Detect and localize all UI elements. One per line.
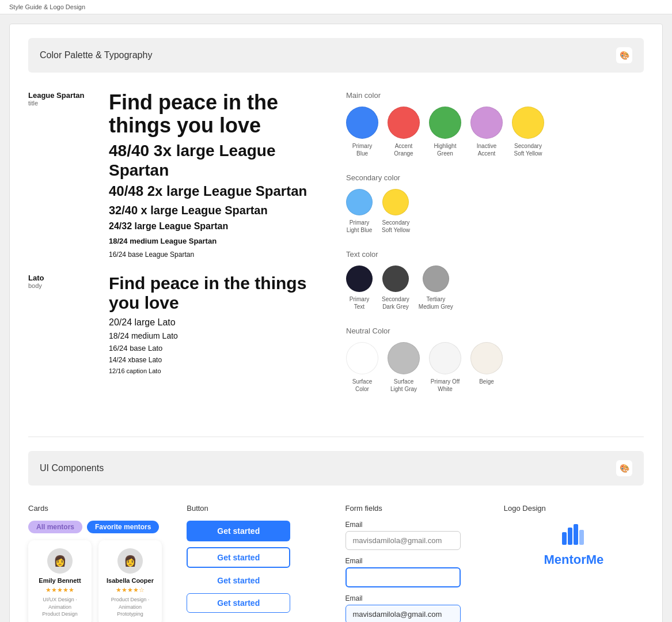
form-input-2: mavisdamilola@gmail.com xyxy=(346,605,461,622)
color-name-2-1: Secondary Dark Grey xyxy=(382,295,409,310)
form-input-1[interactable] xyxy=(346,567,461,587)
logo-text: MentorMe xyxy=(544,552,603,567)
color-swatches-2: Primary TextSecondary Dark GreyTertiary … xyxy=(346,266,644,310)
color-swatches-3: Surface ColorSurface Light GrayPrimary O… xyxy=(346,342,644,393)
font-name-league: League Spartan xyxy=(28,91,109,100)
mentor-avatar-1: 👩 xyxy=(117,548,143,574)
color-swatch-0-1: Accent Orange xyxy=(388,107,420,157)
ls-sample-2: 32/40 x large League Spartan xyxy=(109,203,328,217)
color-name-3-3: Beige xyxy=(479,378,494,385)
color-circle-0-3 xyxy=(470,107,503,139)
mentor-stars-1: ★★★★☆ xyxy=(116,586,145,594)
lato-hero-text: Find peace in the things you love xyxy=(109,274,328,313)
buttons-label: Button xyxy=(187,504,326,513)
form-field-2: Email mavisdamilola@gmail.com xyxy=(346,594,485,622)
color-circle-0-4 xyxy=(512,107,544,139)
font-subtitle-league: title xyxy=(28,100,109,107)
form-field-1: Email xyxy=(346,557,485,587)
form-fields-col: Form fields Email Email Email mavisdamil… xyxy=(346,504,485,622)
color-group-1: Secondary colorPrimary Light BlueSeconda… xyxy=(346,173,644,234)
font-label-col-lato: Lato body xyxy=(28,274,109,313)
typography-color-section: League Spartan title Find peace in the t… xyxy=(28,91,644,409)
color-swatch-0-2: Highlight Green xyxy=(429,107,461,157)
cards-col: Cards All mentors Favorite mentors 👩 Emi… xyxy=(28,504,168,622)
font-subtitle-lato: body xyxy=(28,282,109,289)
color-circle-2-2 xyxy=(423,266,449,292)
color-group-2: Text colorPrimary TextSecondary Dark Gre… xyxy=(346,250,644,310)
color-swatches-0: Primary BlueAccent OrangeHighlight Green… xyxy=(346,107,644,157)
btn-text[interactable]: Get started xyxy=(187,574,290,587)
color-group-label-3: Neutral Color xyxy=(346,327,644,335)
color-group-0: Main colorPrimary BlueAccent OrangeHighl… xyxy=(346,91,644,157)
svg-rect-0 xyxy=(562,532,567,545)
color-circle-2-1 xyxy=(382,266,409,292)
league-samples: 48/40 3x large League Spartan 40/48 2x l… xyxy=(109,141,328,260)
svg-rect-2 xyxy=(574,524,578,545)
color-circle-0-0 xyxy=(346,107,378,139)
logo-icon xyxy=(560,521,587,550)
font-label-col: League Spartan title xyxy=(28,91,109,136)
ls-sample-1: 40/48 2x large League Spartan xyxy=(109,183,328,200)
color-group-label-1: Secondary color xyxy=(346,173,644,182)
color-name-2-2: Tertiary Medium Grey xyxy=(419,295,453,310)
buttons-col: Button Get started Get started Get start… xyxy=(187,504,326,622)
color-group-label-0: Main color xyxy=(346,91,644,100)
logo-col: Logo Design MentorMe xyxy=(504,504,644,622)
color-swatch-0-3: Inactive Accent xyxy=(470,107,503,157)
color-swatch-2-1: Secondary Dark Grey xyxy=(382,266,409,310)
btn-outline[interactable]: Get started xyxy=(187,547,290,568)
color-circle-0-1 xyxy=(388,107,420,139)
color-circle-1-1 xyxy=(382,189,409,215)
filter-favorite-mentors[interactable]: Favorite mentors xyxy=(87,521,159,533)
lato-sample-3: 14/24 xbase Lato xyxy=(109,356,328,364)
btn-outline-light[interactable]: Get started xyxy=(187,593,290,613)
league-spartan-block: League Spartan title Find peace in the t… xyxy=(28,91,328,260)
color-swatch-0-0: Primary Blue xyxy=(346,107,378,157)
form-label-2: Email xyxy=(346,594,485,602)
ls-sample-3: 24/32 large League Spartan xyxy=(109,221,328,233)
color-group-label-2: Text color xyxy=(346,250,644,259)
league-hero-text: Find peace in the things you love xyxy=(109,91,328,136)
page-wrapper: Color Palette & Typography 🎨 League Spar… xyxy=(9,24,663,622)
color-circle-3-3 xyxy=(470,342,503,374)
color-name-0-0: Primary Blue xyxy=(352,142,372,157)
form-field-0: Email xyxy=(346,521,485,550)
form-label-0: Email xyxy=(346,521,485,529)
svg-rect-1 xyxy=(568,528,572,545)
lato-block: Lato body Find peace in the things you l… xyxy=(28,274,328,374)
color-group-3: Neutral ColorSurface ColorSurface Light … xyxy=(346,327,644,393)
ui-components-section-header: UI Components 🎨 xyxy=(28,451,644,486)
mentor-name-0: Emily Bennett xyxy=(39,577,81,584)
btn-col: Get started Get started Get started Get … xyxy=(187,521,326,613)
components-grid: Cards All mentors Favorite mentors 👩 Emi… xyxy=(28,504,644,622)
color-palette-section-header: Color Palette & Typography 🎨 xyxy=(28,38,644,73)
ls-sample-4: 18/24 medium League Spartan xyxy=(109,236,328,246)
mentor-tags-0: UI/UX Design · Animation Product Design xyxy=(35,596,85,618)
color-swatch-2-2: Tertiary Medium Grey xyxy=(419,266,453,310)
top-bar: Style Guide & Logo Design xyxy=(0,0,672,14)
color-swatch-3-2: Primary Off White xyxy=(429,342,461,393)
filter-all-mentors[interactable]: All mentors xyxy=(28,521,82,533)
font-name-lato: Lato xyxy=(28,274,109,282)
color-swatch-0-4: Secondary Soft Yellow xyxy=(512,107,544,157)
color-name-0-3: Inactive Accent xyxy=(477,142,496,157)
btn-primary[interactable]: Get started xyxy=(187,521,290,541)
form-label-1: Email xyxy=(346,557,485,565)
lato-sample-0: 20/24 large Lato xyxy=(109,317,328,328)
lato-sample-4: 12/16 caption Lato xyxy=(109,367,328,374)
form-col: Email Email Email mavisdamilola@gmail.co… xyxy=(346,521,485,622)
top-bar-label: Style Guide & Logo Design xyxy=(9,3,85,10)
color-swatch-3-0: Surface Color xyxy=(346,342,378,393)
card-filter-row[interactable]: All mentors Favorite mentors xyxy=(28,521,168,533)
color-circle-1-0 xyxy=(346,189,373,215)
color-swatch-3-1: Surface Light Gray xyxy=(388,342,420,393)
color-name-0-2: Highlight Green xyxy=(434,142,457,157)
lato-samples: 20/24 large Lato 18/24 medium Lato 16/24… xyxy=(109,317,328,374)
mentor-tags-1: Product Design · Animation Prototyping xyxy=(105,596,155,618)
ui-components-icon: 🎨 xyxy=(616,460,632,476)
color-circle-3-0 xyxy=(346,342,378,374)
mentor-card-0: 👩 Emily Bennett ★★★★★ UI/UX Design · Ani… xyxy=(28,540,92,622)
mentor-avatar-0: 👩 xyxy=(47,548,73,574)
color-section: Main colorPrimary BlueAccent OrangeHighl… xyxy=(346,91,644,409)
form-input-0[interactable] xyxy=(346,531,461,550)
